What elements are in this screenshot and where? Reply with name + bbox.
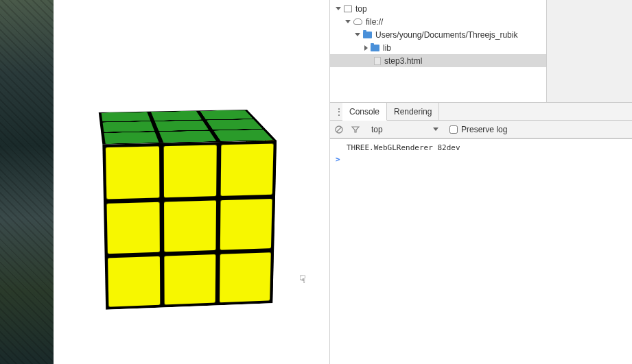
tree-label: lib [383, 43, 391, 53]
devtools-panel: top file:// Users/young/Documents/Threej… [329, 0, 632, 364]
file-icon [374, 57, 381, 65]
disclosure-down-icon[interactable] [355, 33, 360, 36]
preserve-log-label: Preserve log [461, 125, 507, 134]
tree-row-folder[interactable]: lib [330, 41, 546, 54]
console-drawer: ⋮ Console Rendering top Preserve log [330, 103, 632, 139]
svg-line-1 [337, 127, 342, 132]
context-selector[interactable]: top [367, 125, 443, 134]
sources-side-panel [546, 0, 632, 102]
prompt-caret-icon: > [336, 155, 340, 164]
preserve-log-input[interactable] [449, 125, 458, 134]
console-toolbar: top Preserve log [330, 121, 632, 138]
console-prompt[interactable]: > [330, 154, 632, 165]
rubik-cube[interactable] [102, 124, 260, 282]
context-label: top [371, 125, 383, 134]
tree-row-top[interactable]: top [330, 2, 546, 15]
filter-icon[interactable] [351, 125, 360, 134]
console-output[interactable]: THREE.WebGLRenderer 82dev > [330, 139, 632, 364]
cube-face-top [99, 109, 277, 144]
folder-icon [363, 32, 372, 38]
drawer-tabbar: ⋮ Console Rendering [330, 103, 632, 121]
file-tree[interactable]: top file:// Users/young/Documents/Threej… [330, 0, 546, 102]
tree-label: step3.html [384, 56, 422, 66]
frame-icon [344, 5, 352, 12]
cube-face-front [102, 141, 277, 310]
mouse-cursor-icon: ☟ [299, 273, 306, 286]
sources-tree-pane: top file:// Users/young/Documents/Threej… [330, 0, 632, 103]
desktop-wallpaper-sliver [0, 0, 54, 364]
page-viewport[interactable]: ☟ [54, 0, 329, 364]
tree-row-file[interactable]: step3.html [330, 54, 546, 67]
tree-row-path[interactable]: Users/young/Documents/Threejs_rubik [330, 28, 546, 41]
tree-label: Users/young/Documents/Threejs_rubik [375, 30, 517, 40]
tree-row-scheme[interactable]: file:// [330, 15, 546, 28]
cloud-icon [353, 19, 362, 25]
disclosure-down-icon[interactable] [345, 20, 351, 23]
caret-down-icon [433, 128, 438, 131]
tab-rendering[interactable]: Rendering [387, 103, 439, 121]
disclosure-down-icon[interactable] [336, 7, 341, 10]
tree-label: top [355, 4, 367, 14]
tree-label: file:// [366, 17, 383, 27]
kebab-menu-icon[interactable]: ⋮ [330, 108, 342, 115]
console-log-line[interactable]: THREE.WebGLRenderer 82dev [330, 142, 632, 154]
disclosure-right-icon[interactable] [364, 45, 368, 51]
tab-console[interactable]: Console [342, 103, 387, 121]
folder-icon [371, 45, 379, 51]
clear-console-icon[interactable] [334, 125, 344, 134]
preserve-log-checkbox[interactable]: Preserve log [449, 125, 507, 134]
